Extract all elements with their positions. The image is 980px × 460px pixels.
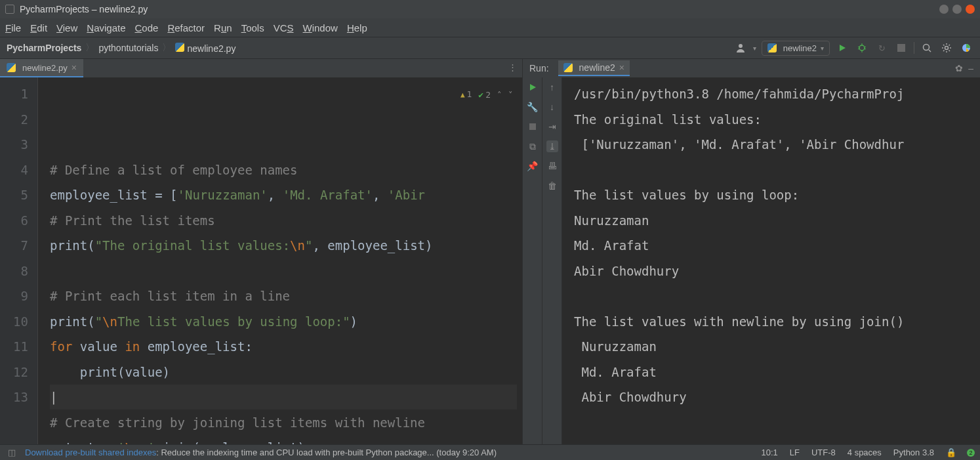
line-separator[interactable]: LF bbox=[790, 448, 800, 457]
menu-tools[interactable]: Tools bbox=[241, 22, 264, 33]
menu-file[interactable]: File bbox=[5, 22, 21, 33]
scroll-to-end-icon[interactable]: ⤓ bbox=[546, 140, 558, 152]
status-message-link[interactable]: Download pre-built shared indexes bbox=[25, 448, 156, 457]
coverage-button[interactable]: ↻ bbox=[874, 41, 889, 55]
breadcrumb-item-project[interactable]: PycharmProjects bbox=[7, 43, 81, 53]
console-line: Abir Chowdhury bbox=[574, 385, 980, 410]
menu-code[interactable]: Code bbox=[135, 22, 159, 33]
pin-icon[interactable]: 📌 bbox=[527, 160, 539, 172]
profiler-icon[interactable] bbox=[959, 41, 973, 55]
code-line[interactable] bbox=[50, 259, 522, 284]
breadcrumb: PycharmProjects 〉 pythontutorials 〉 newl… bbox=[7, 42, 733, 54]
code-line[interactable]: output = '\n '.join(employee_list) bbox=[50, 435, 522, 444]
line-number[interactable]: 11 bbox=[0, 334, 28, 360]
minimize-button[interactable] bbox=[939, 5, 949, 14]
tab-actions-icon[interactable]: ⋮ bbox=[508, 62, 517, 72]
user-icon[interactable] bbox=[733, 41, 748, 55]
lock-icon[interactable]: 🔒 bbox=[946, 448, 956, 457]
navbar: PycharmProjects 〉 pythontutorials 〉 newl… bbox=[0, 37, 980, 59]
clear-icon[interactable]: 🗑 bbox=[546, 180, 558, 192]
code-line[interactable]: | bbox=[50, 385, 522, 410]
run-panel: Run: newline2 × ✿ – 🔧 ⧉ 📌 bbox=[522, 59, 980, 444]
menu-run[interactable]: Run bbox=[214, 22, 232, 33]
breadcrumb-item-file[interactable]: newline2.py bbox=[175, 43, 235, 54]
close-button[interactable] bbox=[966, 5, 975, 14]
line-number[interactable]: 2 bbox=[0, 107, 28, 133]
code-line[interactable]: print("\nThe list values by using loop:"… bbox=[50, 309, 522, 335]
line-number[interactable]: 6 bbox=[0, 208, 28, 234]
line-number[interactable]: 1 bbox=[0, 81, 28, 107]
search-icon[interactable] bbox=[920, 41, 934, 55]
line-number[interactable]: 13 bbox=[0, 385, 28, 410]
console-line: /usr/bin/python3.8 /home/fahmida/Pycharm… bbox=[574, 81, 980, 107]
console-line: Abir Chowdhury bbox=[574, 259, 980, 284]
svg-point-0 bbox=[739, 44, 743, 48]
file-encoding[interactable]: UTF-8 bbox=[811, 448, 836, 457]
line-number[interactable]: 12 bbox=[0, 360, 28, 385]
console-output[interactable]: /usr/bin/python3.8 /home/fahmida/Pycharm… bbox=[562, 77, 980, 444]
code-line[interactable]: # Create string by joining list items wi… bbox=[50, 410, 522, 436]
code-line[interactable]: print("The original list values:\n", emp… bbox=[50, 233, 522, 259]
close-icon[interactable]: × bbox=[71, 62, 77, 73]
menu-view[interactable]: View bbox=[56, 22, 77, 33]
run-config-selector[interactable]: newline2 ▾ bbox=[762, 41, 830, 56]
code-line[interactable]: # Define a list of employee names bbox=[50, 157, 522, 183]
run-tab[interactable]: newline2 × bbox=[558, 60, 630, 76]
code-line[interactable]: employee_list = ['Nuruzzaman', 'Md. Araf… bbox=[50, 182, 522, 208]
breadcrumb-item-folder[interactable]: pythontutorials bbox=[98, 43, 158, 53]
events-badge[interactable]: 2 bbox=[967, 449, 975, 457]
gear-icon[interactable]: ✿ bbox=[955, 63, 963, 73]
ok-badge[interactable]: 2 bbox=[478, 83, 491, 108]
editor-tab[interactable]: newline2.py × bbox=[0, 59, 83, 77]
line-number[interactable]: 10 bbox=[0, 309, 28, 335]
menu-vcs[interactable]: VCS bbox=[274, 22, 294, 33]
stop-button[interactable] bbox=[527, 121, 539, 133]
gear-icon[interactable] bbox=[939, 41, 954, 55]
menu-window[interactable]: Window bbox=[303, 22, 338, 33]
code-area[interactable]: 1 2 ˄ ˅ # Define a list of employee name… bbox=[38, 77, 522, 444]
breadcrumb-sep: 〉 bbox=[162, 42, 171, 54]
wrench-icon[interactable]: 🔧 bbox=[527, 101, 539, 113]
line-number[interactable]: 3 bbox=[0, 132, 28, 157]
inspection-indicators[interactable]: 1 2 ˄ ˅ bbox=[458, 81, 516, 109]
window-title: PycharmProjects – newline2.py bbox=[20, 4, 148, 14]
menu-help[interactable]: Help bbox=[347, 22, 367, 33]
indent-config[interactable]: 4 spaces bbox=[847, 448, 882, 457]
menu-navigate[interactable]: Navigate bbox=[87, 22, 125, 33]
line-number[interactable]: 7 bbox=[0, 233, 28, 259]
print-icon[interactable]: 🖶 bbox=[546, 160, 558, 172]
cursor-position[interactable]: 10:1 bbox=[761, 448, 777, 457]
code-line[interactable]: for value in employee_list: bbox=[50, 334, 522, 360]
code-line[interactable]: # Print each list item in a line bbox=[50, 283, 522, 309]
rerun-button[interactable] bbox=[527, 81, 539, 93]
line-number[interactable]: 9 bbox=[0, 283, 28, 309]
status-message[interactable]: Download pre-built shared indexes: Reduc… bbox=[25, 448, 749, 457]
line-number[interactable]: 8 bbox=[0, 259, 28, 284]
menu-refactor[interactable]: Refactor bbox=[167, 22, 205, 33]
soft-wrap-icon[interactable]: ⇥ bbox=[546, 121, 558, 133]
down-arrow-icon[interactable]: ↓ bbox=[546, 101, 558, 113]
menu-edit[interactable]: Edit bbox=[30, 22, 47, 33]
hide-icon[interactable]: – bbox=[968, 63, 973, 73]
up-arrow-icon[interactable]: ↑ bbox=[546, 81, 558, 93]
prev-highlight-icon[interactable]: ˄ bbox=[497, 83, 502, 108]
run-button[interactable] bbox=[835, 41, 849, 55]
close-icon[interactable]: × bbox=[619, 62, 624, 73]
tool-windows-icon[interactable]: ◫ bbox=[5, 448, 18, 457]
python-icon bbox=[7, 63, 16, 72]
stop-button[interactable] bbox=[894, 41, 909, 55]
console-line bbox=[574, 283, 980, 309]
layout-icon[interactable]: ⧉ bbox=[527, 140, 539, 152]
code-line[interactable]: # Print the list items bbox=[50, 208, 522, 234]
warnings-badge[interactable]: 1 bbox=[460, 82, 472, 108]
svg-rect-8 bbox=[897, 44, 905, 52]
line-gutter[interactable]: 12345678910111213 bbox=[0, 77, 38, 444]
debug-button[interactable] bbox=[855, 41, 869, 55]
interpreter[interactable]: Python 3.8 bbox=[893, 448, 934, 457]
line-number[interactable]: 4 bbox=[0, 157, 28, 183]
maximize-button[interactable] bbox=[952, 5, 962, 14]
code-line[interactable]: print(value) bbox=[50, 360, 522, 385]
editor-body[interactable]: 12345678910111213 1 2 ˄ ˅ # Define a lis… bbox=[0, 77, 522, 444]
line-number[interactable]: 5 bbox=[0, 182, 28, 208]
next-highlight-icon[interactable]: ˅ bbox=[508, 83, 513, 108]
